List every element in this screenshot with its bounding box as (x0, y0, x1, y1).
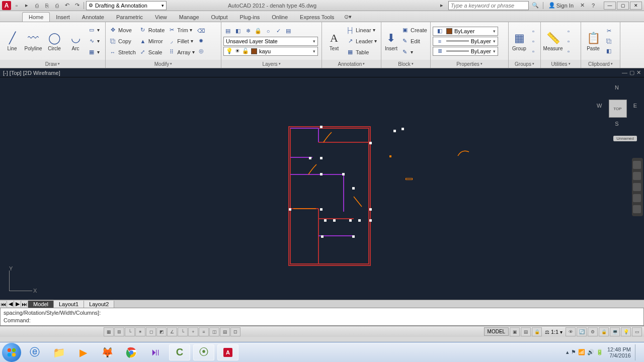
create-button[interactable]: ▣Create (400, 25, 428, 35)
task-explorer-icon[interactable]: 📁 (48, 344, 69, 360)
linetype-dropdown[interactable]: ≣ByLayer (433, 47, 498, 56)
panel-clipboard-title[interactable]: Clipboard (581, 60, 620, 68)
ungroup-button[interactable]: ▫ (529, 27, 538, 36)
anno-scale[interactable]: ⚖ 1:1 ▾ (543, 329, 565, 335)
annoauto-icon[interactable]: 🔄 (577, 327, 587, 336)
otrack-toggle[interactable]: ∠ (167, 327, 177, 336)
layout-prev-icon[interactable]: ◀ (7, 301, 14, 307)
stretch-button[interactable]: ↔Stretch (108, 47, 137, 57)
tray-battery-icon[interactable]: 🔋 (596, 349, 603, 355)
view-tag[interactable]: Unnamed (613, 136, 637, 141)
layer-off-button[interactable]: ○ (264, 27, 273, 36)
task-firefox-icon[interactable]: 🦊 (97, 344, 118, 360)
line-button[interactable]: ╱Line (2, 26, 22, 57)
lwt-toggle[interactable]: ≡ (199, 327, 209, 336)
show-desktop-button[interactable] (635, 344, 639, 360)
tray-up-icon[interactable]: ▴ (566, 349, 569, 355)
open-icon[interactable]: ▸ (22, 1, 31, 10)
saveas-icon[interactable]: ⎘ (42, 1, 51, 10)
arc-button[interactable]: ◡Arc (65, 26, 86, 57)
rect-button[interactable]: ▭▾ (87, 25, 101, 35)
polyline-button[interactable]: 〰Polyline (23, 26, 43, 57)
ws-switch-icon[interactable]: ⚙ (588, 327, 598, 336)
panel-utilities-title[interactable]: Utilities (541, 60, 581, 68)
tab-parametric[interactable]: Parametric (110, 13, 149, 22)
workspace-dropdown[interactable]: Drafting & Annotation (86, 1, 167, 10)
measure-button[interactable]: 📏Measure (543, 26, 563, 57)
isolate-icon[interactable]: 💡 (621, 327, 631, 336)
search-arrow-icon[interactable]: ▸ (437, 1, 446, 10)
groupedit-button[interactable]: ▫ (529, 37, 538, 46)
linear-button[interactable]: ├┤Linear ▾ (345, 25, 378, 35)
annoscale-icon[interactable]: 🔒 (532, 327, 542, 336)
layer-freeze-button[interactable]: ❄ (244, 27, 253, 36)
spline-button[interactable]: ∿▾ (87, 36, 101, 46)
print-icon[interactable]: ⎙ (52, 1, 61, 10)
cut-button[interactable]: ✂ (604, 27, 613, 36)
layout-tab-1[interactable]: Layout1 (54, 301, 84, 308)
tab-express[interactable]: Express Tools (294, 13, 340, 22)
ortho-toggle[interactable]: └ (125, 327, 135, 336)
id-button[interactable]: ▫ (564, 47, 573, 56)
copy-button[interactable]: ⿻Copy (108, 36, 137, 46)
tab-annotate[interactable]: Annotate (76, 13, 110, 22)
polar-toggle[interactable]: ✶ (135, 327, 145, 336)
tray-volume-icon[interactable]: 🔊 (587, 349, 594, 355)
task-camrec-icon[interactable]: ⦿ (193, 344, 214, 360)
navbar[interactable] (632, 158, 643, 216)
signin-button[interactable]: 👤 Sign In (546, 2, 576, 9)
panel-block-title[interactable]: Block (381, 60, 430, 68)
layout-next-icon[interactable]: ▶ (14, 301, 21, 307)
task-wmp-icon[interactable]: ▶ (72, 344, 94, 360)
rotate-button[interactable]: ↻Rotate (138, 25, 166, 35)
layer-lock-button[interactable]: 🔒 (254, 27, 263, 36)
cmd-prompt[interactable]: Command: (4, 317, 640, 324)
task-camtasia-icon[interactable]: C (169, 344, 190, 360)
erase-button[interactable]: ⌫ (197, 27, 206, 36)
layout-last-icon[interactable]: ⏭ (21, 301, 28, 307)
tab-online[interactable]: Online (266, 13, 294, 22)
close-button[interactable]: ✕ (630, 2, 642, 10)
move-button[interactable]: ✥Move (108, 25, 137, 35)
3dosnap-toggle[interactable]: ◩ (156, 327, 167, 336)
table-button[interactable]: ▦Table (345, 47, 378, 57)
fillet-button[interactable]: ◞Fillet ▾ (167, 36, 195, 46)
tab-home[interactable]: Home (22, 12, 50, 22)
tab-manage[interactable]: Manage (173, 13, 205, 22)
zoom-icon[interactable] (633, 183, 641, 191)
pan-icon[interactable] (633, 172, 641, 180)
lineweight-dropdown[interactable]: ≡ByLayer (433, 37, 498, 46)
dyn-toggle[interactable]: + (188, 327, 198, 336)
layer-prop-button[interactable]: ▤ (223, 27, 232, 36)
dwg-close-icon[interactable]: ✕ (636, 69, 641, 76)
dwg-min-icon[interactable]: — (622, 69, 627, 76)
quickcalc-button[interactable]: ▫ (564, 37, 573, 46)
undo-icon[interactable]: ↶ (62, 1, 71, 10)
panel-draw-title[interactable]: Draw (0, 60, 105, 68)
help-icon[interactable]: ? (589, 1, 598, 10)
insert-button[interactable]: ⬇Insert (383, 26, 399, 57)
orbit-icon[interactable] (633, 194, 641, 202)
layer-iso-button[interactable]: ◧ (233, 27, 243, 36)
tab-more-icon[interactable]: ⊙▾ (340, 12, 356, 22)
layer-current-dropdown[interactable]: 💡☀🔓 kayu (223, 47, 318, 56)
task-ie-icon[interactable]: ⓔ (24, 344, 45, 360)
mirror-button[interactable]: ▲Mirror (138, 36, 166, 46)
maximize-button[interactable]: ▢ (617, 2, 629, 10)
layout-first-icon[interactable]: ⏮ (0, 301, 7, 307)
scale-button[interactable]: ⤢Scale (138, 47, 166, 57)
panel-modify-title[interactable]: Modify (106, 60, 221, 68)
panel-annotation-title[interactable]: Annotation (322, 60, 381, 68)
space-indicator[interactable]: MODEL (484, 327, 509, 336)
color-dropdown[interactable]: ◧ByLayer (433, 27, 498, 36)
select-button[interactable]: ▫ (564, 27, 573, 36)
clean-screen-icon[interactable]: ▭ (632, 327, 642, 336)
qp-toggle[interactable]: ▤ (220, 327, 230, 336)
new-icon[interactable]: ▫ (12, 1, 21, 10)
panel-groups-title[interactable]: Groups (509, 60, 540, 68)
command-line[interactable]: spacing/Rotation/Style/Width/Columns]: C… (0, 308, 644, 326)
viewport-label[interactable]: [-] [Top] [2D Wireframe] —▢✕ (0, 68, 644, 77)
layer-state-dropdown[interactable]: Unsaved Layer State (223, 37, 318, 46)
tray-clock[interactable]: 12:48 PM 7/4/2016 (607, 346, 631, 358)
hatch-button[interactable]: ▦▾ (87, 47, 101, 57)
